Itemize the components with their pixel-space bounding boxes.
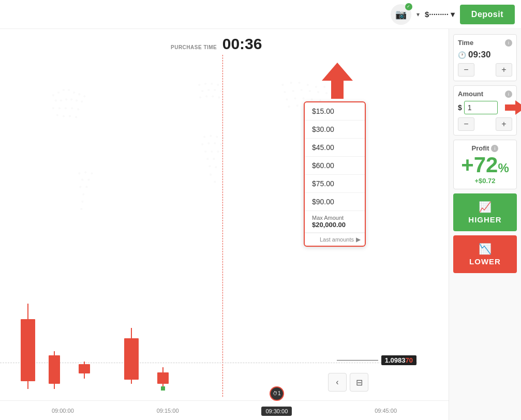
lower-label: LOWER — [469, 257, 501, 266]
time-display: 🕐 09:30 — [458, 50, 512, 60]
candle-3 — [79, 362, 90, 379]
candle-2 — [49, 351, 60, 389]
price-line-container: 1.098370 — [337, 355, 416, 365]
price-line-dash — [337, 360, 378, 361]
candle-1 — [21, 304, 35, 389]
profit-header: Profit i — [458, 144, 512, 152]
price-value: 1.0983 — [385, 356, 406, 364]
price-tag-container: 1.098370 — [337, 355, 416, 365]
purchase-time-label: PURCHASE TIME — [171, 44, 217, 50]
deposit-button[interactable]: Deposit — [460, 5, 515, 24]
red-down-arrow — [322, 63, 353, 101]
amount-input-row: $ — [458, 101, 512, 114]
profit-info-icon[interactable]: i — [491, 145, 498, 152]
profit-percent-display: +72% — [458, 153, 512, 177]
time-label-4: 09:45:00 — [375, 408, 397, 414]
price-highlight: 70 — [406, 356, 413, 364]
clock-icon: 🕐 — [458, 51, 466, 59]
dollar-sign: $ — [458, 103, 462, 112]
candle-4-top-wick — [131, 328, 132, 338]
last-amounts-row[interactable]: Last amounts ▶ — [305, 233, 365, 246]
candle-2-bottom-wick — [54, 384, 55, 389]
price-tag: 1.098370 — [381, 355, 416, 365]
candle-4-bottom-wick — [131, 380, 132, 384]
candle-4-body — [124, 338, 139, 380]
candle-3-body — [79, 364, 90, 373]
candle-1-bottom-wick — [27, 381, 28, 389]
lower-icon: 📉 — [479, 243, 492, 255]
time-label-active-container: 09:30:00 ⏱1 — [261, 406, 292, 415]
time-label-1: 09:00:00 — [52, 408, 74, 414]
time-value: 09:30 — [468, 50, 490, 60]
amount-section-title: Amount — [458, 90, 483, 98]
higher-icon: 📈 — [479, 201, 492, 213]
amount-section-header: Amount i — [458, 90, 512, 98]
candle-2-top-wick — [54, 351, 55, 355]
profit-percent-value: +72 — [461, 153, 498, 177]
check-badge: ✓ — [405, 3, 412, 10]
green-dot — [161, 386, 165, 391]
time-minus-btn[interactable]: − — [458, 63, 474, 77]
topbar: 📷 ✓ ▾ $········· ▾ Deposit — [0, 0, 521, 29]
amount-item-5[interactable]: $75.00 — [305, 175, 365, 193]
time-axis: 09:00:00 09:15:00 09:30:00 ⏱1 09:45:00 — [0, 400, 449, 420]
last-amounts-arrow: ▶ — [356, 236, 361, 243]
camera-icon: 📷 — [395, 9, 407, 20]
profit-amount-display: +$0.72 — [458, 177, 512, 185]
amount-item-3[interactable]: $45.00 — [305, 139, 365, 157]
amount-plus-btn[interactable]: + — [496, 117, 512, 131]
main-layout: .dot { fill: #aaa; } — [0, 29, 521, 420]
balance-arrow: ▾ — [451, 10, 455, 19]
time-info-icon[interactable]: i — [505, 39, 512, 47]
higher-button[interactable]: 📈 HIGHER — [453, 193, 517, 231]
time-label-2: 09:15:00 — [157, 408, 179, 414]
balance-value: $········· — [425, 10, 449, 19]
amount-stepper-row: − + — [458, 117, 512, 131]
amount-section: Amount i $ − + — [453, 85, 517, 136]
camera-dropdown-arrow[interactable]: ▾ — [416, 11, 420, 18]
profit-percent-symbol: % — [498, 161, 509, 175]
candle-5-body — [157, 372, 169, 384]
purchase-time-value: 00:36 — [222, 35, 262, 52]
amount-item-max: Max Amount $20,000.00 — [305, 211, 365, 233]
higher-label: HIGHER — [468, 215, 501, 224]
purchase-time-container: PURCHASE TIME 00:36 — [171, 35, 262, 53]
candle-2-body — [49, 355, 60, 384]
candle-1-top-wick — [27, 304, 28, 319]
time-plus-btn[interactable]: + — [496, 63, 512, 77]
time-label-3: 09:30:00 — [261, 407, 292, 416]
amount-minus-btn[interactable]: − — [458, 117, 474, 131]
candle-4 — [124, 328, 139, 384]
right-panel: Time i 🕐 09:30 − + Amount i $ — [449, 29, 521, 420]
amount-dropdown: $15.00 $30.00 $45.00 $60.00 $75.00 $90.0… — [304, 101, 366, 247]
profit-title: Profit — [472, 144, 489, 152]
camera-button[interactable]: 📷 ✓ — [391, 4, 411, 25]
candle-3-bottom-wick — [84, 373, 85, 379]
balance-button[interactable]: $········· ▾ — [425, 10, 455, 19]
time-section-title: Time — [458, 39, 473, 47]
lower-button[interactable]: 📉 LOWER — [453, 235, 517, 273]
time-stepper-row: − + — [458, 63, 512, 77]
svg-marker-99 — [322, 63, 353, 99]
amount-item-2[interactable]: $30.00 — [305, 121, 365, 139]
time-section-header: Time i — [458, 39, 512, 47]
red-left-arrow — [505, 100, 521, 117]
amount-item-4[interactable]: $60.00 — [305, 157, 365, 175]
chart-area: .dot { fill: #aaa; } — [0, 29, 449, 420]
amount-item-6[interactable]: $90.00 — [305, 193, 365, 211]
amount-info-icon[interactable]: i — [505, 91, 512, 98]
time-section: Time i 🕐 09:30 − + — [453, 34, 517, 81]
candle-5 — [157, 367, 169, 386]
amount-input[interactable] — [464, 101, 498, 114]
amount-item-1[interactable]: $15.00 — [305, 102, 365, 121]
candle-1-body — [21, 319, 35, 381]
candle-5-top-wick — [162, 367, 163, 372]
profit-section: Profit i +72% +$0.72 — [453, 140, 517, 189]
svg-marker-100 — [505, 100, 521, 115]
